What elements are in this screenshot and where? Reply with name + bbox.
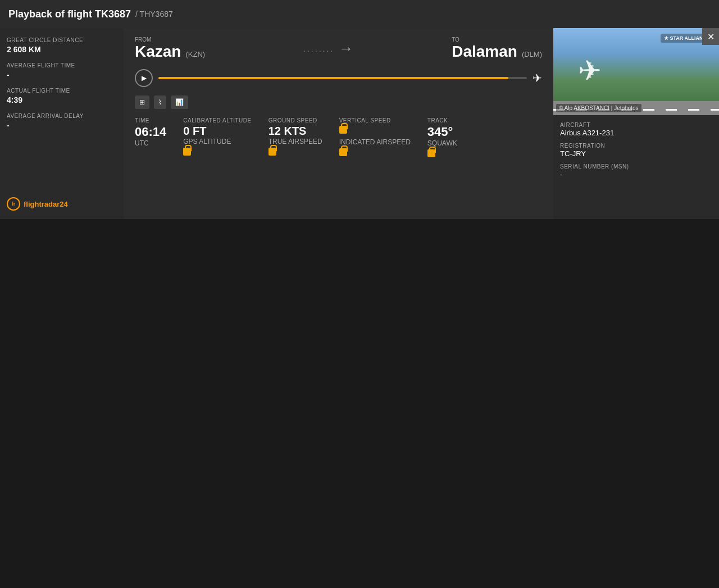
aircraft-value: Airbus A321-231 [560, 129, 712, 137]
flight-title: Playback of flight TK3687 [8, 8, 131, 20]
time-value: 06:14 [135, 125, 166, 139]
indicated-airspeed-lock-icon [339, 148, 347, 156]
serial-label: SERIAL NUMBER (MSN) [560, 163, 712, 170]
from-label: FROM [135, 37, 205, 43]
track-label: TRACK [427, 117, 457, 124]
path-view-button[interactable]: ⌇ [154, 95, 166, 109]
right-sidebar: ✈ ★ STAR ALLIANCE © Alp AKBOSTANCI | Jet… [553, 28, 719, 219]
to-label: TO [452, 37, 542, 43]
track-stat: TRACK 345° SQUAWK [427, 117, 457, 159]
from-code: (KZN) [185, 50, 205, 58]
gps-alt-lock-icon [183, 148, 191, 156]
actual-flight-label: ACTUAL FLIGHT TIME [7, 87, 117, 94]
calibrated-alt-value: 0 FT [183, 125, 251, 138]
actual-flight-value: 4:39 [7, 95, 117, 104]
arrow-icon: → [339, 40, 353, 57]
close-button[interactable]: ✕ [702, 28, 719, 45]
great-circle-label: GREAT CIRCLE DISTANCE [7, 37, 117, 44]
indicated-airspeed-label: INDICATED AIRSPEED [339, 138, 411, 146]
true-airspeed-lock-icon [269, 148, 276, 156]
flight-info-panel: FROM Kazan (KZN) ........ → TO Dalaman (… [124, 28, 553, 219]
to-city: Dalaman [452, 43, 517, 61]
route-arrow: ........ → [211, 40, 446, 57]
time-stat: TIME 06:14 UTC [135, 117, 166, 159]
progress-fill [158, 77, 508, 79]
great-circle-value: 2 608 KM [7, 45, 117, 54]
avg-flight-stat: AVERAGE FLIGHT TIME - [7, 62, 117, 79]
avg-flight-value: - [7, 70, 117, 79]
fr24-text: flightradar24 [24, 200, 68, 208]
actual-flight-stat: ACTUAL FLIGHT TIME 4:39 [7, 87, 117, 104]
serial-section: SERIAL NUMBER (MSN) - [560, 163, 712, 179]
avg-arrival-value: - [7, 121, 117, 130]
ground-speed-label: GROUND SPEED [269, 117, 322, 124]
progress-row: ▶ ✈ [135, 69, 542, 87]
ground-speed-stat: GROUND SPEED 12 KTS TRUE AIRSPEED [269, 117, 322, 159]
grid-view-button[interactable]: ⊞ [135, 95, 149, 109]
calibrated-alt-label: CALIBRATED ALTITUDE [183, 117, 251, 124]
squawk-label: SQUAWK [427, 139, 457, 147]
flight-subtitle: / THY3687 [135, 10, 173, 19]
avg-flight-label: AVERAGE FLIGHT TIME [7, 62, 117, 69]
vertical-speed-stat: VERTICAL SPEED INDICATED AIRSPEED [339, 117, 411, 159]
fr24-logo: fr flightradar24 [7, 197, 117, 211]
serial-value: - [560, 170, 712, 179]
route-dots: ........ [303, 44, 334, 53]
header: Playback of flight TK3687 / THY3687 [0, 0, 719, 28]
from-section: FROM Kazan (KZN) [135, 37, 205, 61]
avg-arrival-stat: AVERAGE ARRIVAL DELAY - [7, 112, 117, 130]
calibrated-alt-stat: CALIBRATED ALTITUDE 0 FT GPS ALTITUDE [183, 117, 251, 159]
aircraft-image-icon: ✈ [578, 54, 602, 87]
registration-value: TC-JRY [560, 149, 712, 158]
avg-arrival-label: AVERAGE ARRIVAL DELAY [7, 112, 117, 120]
photo-credit: © Alp AKBOSTANCI | Jetphotos [556, 104, 641, 112]
aircraft-photo: ✈ ★ STAR ALLIANCE © Alp AKBOSTANCI | Jet… [553, 28, 719, 115]
aircraft-label: AIRCRAFT [560, 122, 712, 128]
track-value: 345° [427, 125, 457, 139]
vertical-speed-label: VERTICAL SPEED [339, 117, 411, 124]
to-section: TO Dalaman (DLM) [452, 37, 542, 61]
route-row: FROM Kazan (KZN) ........ → TO Dalaman (… [135, 37, 542, 61]
plane-end-icon: ✈ [533, 71, 542, 85]
fr24-circle-icon: fr [7, 197, 20, 211]
chart-view-button[interactable]: 📊 [171, 95, 188, 109]
time-label: TIME [135, 117, 166, 124]
aircraft-type-section: AIRCRAFT Airbus A321-231 [560, 122, 712, 137]
ground-speed-value: 12 KTS [269, 125, 322, 138]
aircraft-details: AIRCRAFT Airbus A321-231 REGISTRATION TC… [553, 115, 719, 185]
gps-alt-label: GPS ALTITUDE [183, 138, 251, 145]
vertical-speed-lock-icon [339, 126, 347, 134]
from-city: Kazan [135, 43, 181, 61]
registration-label: REGISTRATION [560, 143, 712, 149]
time-utc: UTC [135, 139, 166, 147]
to-code: (DLM) [522, 50, 542, 58]
progress-bar[interactable] [158, 77, 527, 79]
great-circle-stat: GREAT CIRCLE DISTANCE 2 608 KM [7, 37, 117, 54]
true-airspeed-label: TRUE AIRSPEED [269, 138, 322, 145]
view-controls: ⊞ ⌇ 📊 [135, 95, 542, 109]
top-panel: GREAT CIRCLE DISTANCE 2 608 KM AVERAGE F… [0, 28, 719, 219]
squawk-lock-icon [427, 149, 435, 157]
stats-row: TIME 06:14 UTC CALIBRATED ALTITUDE 0 FT … [135, 117, 542, 159]
left-sidebar: GREAT CIRCLE DISTANCE 2 608 KM AVERAGE F… [0, 28, 124, 219]
registration-section: REGISTRATION TC-JRY [560, 143, 712, 158]
play-button[interactable]: ▶ [135, 69, 153, 87]
